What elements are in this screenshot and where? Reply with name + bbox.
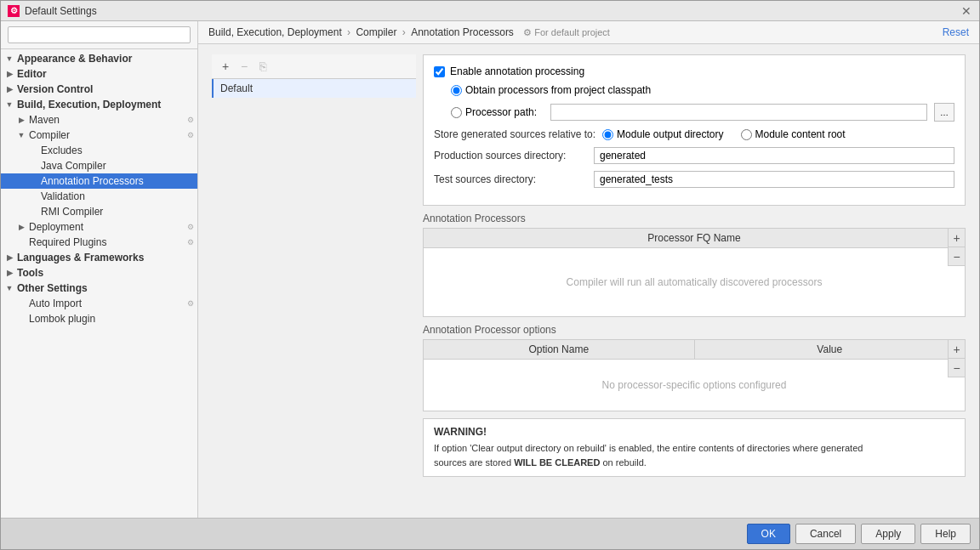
- production-label: Production sources directory:: [434, 150, 587, 162]
- sidebar-item-label: Other Settings: [17, 282, 88, 294]
- sidebar-item-label: Java Compiler: [41, 160, 106, 172]
- sidebar-item-lombok[interactable]: Lombok plugin: [1, 311, 197, 326]
- add-processor-button[interactable]: +: [948, 229, 965, 247]
- production-row: Production sources directory:: [434, 147, 954, 164]
- processor-path-radio[interactable]: [451, 107, 462, 118]
- sidebar-item-rmi-compiler[interactable]: RMI Compiler: [1, 204, 197, 219]
- help-button[interactable]: Help: [920, 524, 971, 544]
- sidebar-item-label: Appearance & Behavior: [17, 53, 132, 65]
- add-profile-button[interactable]: +: [217, 58, 234, 75]
- table-body: Compiler will run all automatically disc…: [424, 248, 965, 316]
- remove-profile-button[interactable]: −: [236, 58, 253, 75]
- sidebar-item-tools[interactable]: ▶ Tools: [1, 265, 197, 281]
- enable-checkbox-label: Enable annotation processing: [450, 65, 584, 77]
- sidebar-item-editor[interactable]: ▶ Editor: [1, 66, 197, 82]
- settings-form: Enable annotation processing Obtain proc…: [423, 54, 966, 206]
- test-row: Test sources directory:: [434, 171, 954, 188]
- expand-icon: ▶: [16, 115, 26, 125]
- expand-icon: [16, 237, 26, 247]
- module-output-label[interactable]: Module output directory: [602, 128, 723, 140]
- search-input[interactable]: [8, 26, 191, 43]
- processor-path-input[interactable]: [550, 104, 927, 121]
- apply-button[interactable]: Apply: [861, 524, 915, 544]
- table-empty-text: Compiler will run all automatically disc…: [567, 276, 823, 288]
- sidebar-item-label: Auto Import: [29, 298, 82, 309]
- sidebar-item-build[interactable]: ▼ Build, Execution, Deployment: [1, 97, 197, 112]
- expand-icon: ▶: [16, 222, 26, 232]
- sidebar-item-version-control[interactable]: ▶ Version Control: [1, 82, 197, 97]
- sidebar-item-validation[interactable]: Validation: [1, 189, 197, 204]
- sidebar-item-other-settings[interactable]: ▼ Other Settings: [1, 281, 197, 296]
- sidebar-item-maven[interactable]: ▶ Maven ⚙: [1, 112, 197, 128]
- module-content-radio[interactable]: [741, 129, 752, 140]
- add-option-button[interactable]: +: [948, 340, 965, 359]
- profile-section: + − ⎘ Default: [212, 54, 966, 477]
- expand-icon: [16, 298, 26, 309]
- profile-panel: + − ⎘ Default: [212, 54, 416, 477]
- settings-icon: ⚙: [187, 299, 194, 308]
- sidebar-item-compiler[interactable]: ▼ Compiler ⚙: [1, 128, 197, 143]
- profile-toolbar: + − ⎘: [212, 54, 416, 79]
- expand-icon: ▼: [4, 54, 14, 64]
- sidebar: ▼ Appearance & Behavior ▶ Editor ▶ Versi…: [1, 21, 198, 518]
- enable-label[interactable]: Enable annotation processing: [434, 65, 584, 77]
- enable-checkbox[interactable]: [434, 66, 445, 77]
- sidebar-item-label: Annotation Processors: [41, 175, 144, 187]
- sidebar-item-deployment[interactable]: ▶ Deployment ⚙: [1, 219, 197, 235]
- sidebar-item-label: Compiler: [29, 129, 70, 141]
- sidebar-item-required-plugins[interactable]: Required Plugins ⚙: [1, 235, 197, 250]
- expand-icon: [28, 161, 38, 171]
- remove-processor-button[interactable]: −: [948, 247, 965, 266]
- processor-path-radio-label[interactable]: Processor path:: [451, 106, 537, 118]
- sidebar-item-appearance[interactable]: ▼ Appearance & Behavior: [1, 51, 197, 66]
- sidebar-item-annotation-processors[interactable]: Annotation Processors: [1, 173, 197, 189]
- obtain-radio-label[interactable]: Obtain processors from project classpath: [451, 84, 651, 96]
- settings-icon: ⚙: [187, 116, 194, 124]
- warning-title: WARNING!: [434, 426, 954, 438]
- cancel-button[interactable]: Cancel: [795, 524, 856, 544]
- annotation-processors-title: Annotation Processors: [423, 213, 966, 224]
- annotation-options-table: Option Name Value No processor-specific …: [423, 339, 966, 411]
- expand-icon: ▼: [4, 99, 14, 110]
- processor-path-browse[interactable]: …: [934, 103, 954, 122]
- sidebar-item-java-compiler[interactable]: Java Compiler: [1, 158, 197, 173]
- expand-icon: [28, 191, 38, 201]
- test-input[interactable]: [594, 171, 954, 188]
- expand-icon: ▼: [16, 130, 26, 140]
- sidebar-item-label: Excludes: [41, 145, 83, 156]
- profile-list: Default: [212, 79, 416, 113]
- module-content-label[interactable]: Module content root: [741, 128, 846, 140]
- module-output-radio[interactable]: [602, 129, 613, 140]
- table-header: Processor FQ Name: [424, 229, 965, 248]
- test-label: Test sources directory:: [434, 173, 587, 185]
- expand-icon: [28, 207, 38, 217]
- breadcrumb: Build, Execution, Deployment › Compiler …: [208, 26, 610, 38]
- profile-item-default[interactable]: Default: [212, 79, 416, 98]
- settings-icon: ⚙: [187, 223, 194, 231]
- expand-icon: ▶: [4, 268, 14, 278]
- breadcrumb-part-3: Annotation Processors: [411, 26, 514, 38]
- breadcrumb-sep-2: ›: [402, 26, 408, 38]
- sidebar-item-label: Validation: [41, 190, 85, 202]
- ok-button[interactable]: OK: [747, 524, 790, 544]
- sidebar-item-label: Lombok plugin: [29, 313, 95, 325]
- production-input[interactable]: [594, 147, 954, 164]
- sidebar-item-languages[interactable]: ▶ Languages & Frameworks: [1, 250, 197, 265]
- expand-icon: [28, 176, 38, 186]
- reset-link[interactable]: Reset: [943, 26, 969, 38]
- store-label: Store generated sources relative to:: [434, 128, 595, 140]
- remove-option-button[interactable]: −: [948, 359, 965, 377]
- close-button[interactable]: ✕: [960, 5, 972, 17]
- copy-profile-button[interactable]: ⎘: [254, 58, 271, 75]
- main-panel: Build, Execution, Deployment › Compiler …: [198, 21, 979, 518]
- sidebar-item-auto-import[interactable]: Auto Import ⚙: [1, 296, 197, 311]
- breadcrumb-sep-1: ›: [347, 26, 353, 38]
- options-table-header: Option Name Value: [424, 340, 965, 360]
- obtain-radio[interactable]: [451, 85, 462, 96]
- title-bar-left: ⚙ Default Settings: [8, 5, 97, 17]
- processor-path-label: Processor path:: [465, 106, 537, 118]
- sidebar-item-label: RMI Compiler: [41, 206, 103, 218]
- sidebar-item-excludes[interactable]: Excludes: [1, 143, 197, 158]
- col-option-name: Option Name: [424, 340, 695, 359]
- window: ⚙ Default Settings ✕ ▼ Appearance & Beha…: [0, 0, 980, 550]
